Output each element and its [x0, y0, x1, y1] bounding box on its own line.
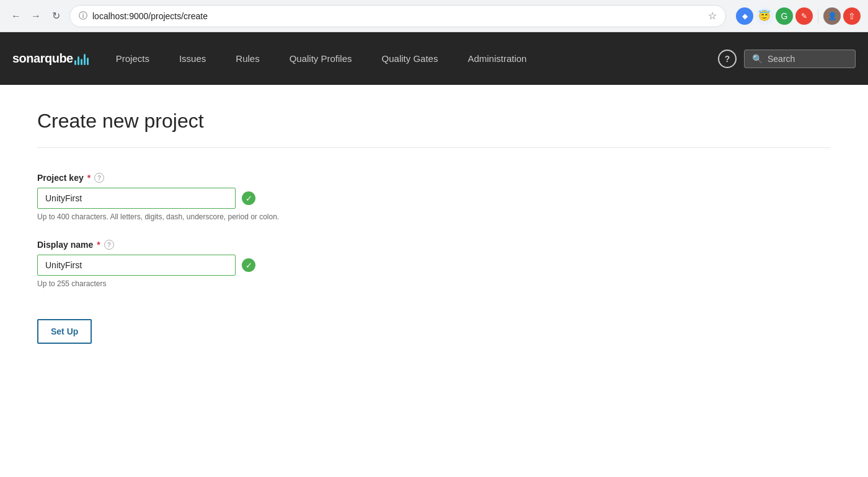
- bookmark-icon: ☆: [708, 10, 717, 22]
- project-key-group: Project key * ? ✓ Up to 400 characters. …: [37, 173, 471, 221]
- refresh-button[interactable]: ↻: [47, 7, 64, 25]
- nav-item-projects[interactable]: Projects: [101, 32, 164, 85]
- nav-items: Projects Issues Rules Quality Profiles Q…: [101, 32, 718, 85]
- project-key-hint: Up to 400 characters. All letters, digit…: [37, 212, 471, 221]
- back-button[interactable]: ←: [7, 7, 25, 25]
- url-text: localhost:9000/projects/create: [92, 11, 703, 21]
- forward-button[interactable]: →: [27, 7, 45, 25]
- address-bar[interactable]: ⓘ localhost:9000/projects/create ☆: [69, 5, 726, 27]
- sonar-logo[interactable]: sonarqube: [12, 51, 89, 66]
- display-name-label-text: Display name: [37, 240, 93, 250]
- section-divider: [37, 147, 831, 148]
- help-icon[interactable]: ?: [718, 50, 737, 68]
- user-avatar[interactable]: 👤: [823, 7, 841, 25]
- extension-divider: [818, 9, 818, 24]
- extension-pencil-icon[interactable]: ✎: [795, 7, 813, 25]
- display-name-hint: Up to 255 characters: [37, 279, 471, 288]
- logo-text: sonarqube: [12, 51, 73, 66]
- display-name-valid-icon: ✓: [242, 258, 255, 272]
- browser-nav-buttons: ← → ↻: [7, 7, 64, 25]
- extension-diamond-icon[interactable]: ◆: [736, 7, 753, 25]
- create-project-form: Project key * ? ✓ Up to 400 characters. …: [37, 173, 471, 344]
- browser-chrome: ← → ↻ ⓘ localhost:9000/projects/create ☆…: [0, 0, 868, 32]
- project-key-help-icon[interactable]: ?: [94, 173, 104, 183]
- nav-item-rules[interactable]: Rules: [221, 32, 274, 85]
- display-name-group: Display name * ? ✓ Up to 255 characters: [37, 240, 471, 288]
- page-title: Create new project: [37, 110, 831, 133]
- nav-item-quality-gates[interactable]: Quality Gates: [367, 32, 453, 85]
- project-key-input[interactable]: [37, 188, 236, 209]
- extension-emoji-icon[interactable]: 😇: [756, 7, 773, 25]
- project-key-label-text: Project key: [37, 173, 84, 183]
- update-icon[interactable]: ⇧: [843, 7, 861, 25]
- display-name-help-icon[interactable]: ?: [104, 240, 114, 250]
- nav-right: ? 🔍 Search: [718, 50, 856, 68]
- info-icon: ⓘ: [79, 11, 87, 22]
- project-key-valid-icon: ✓: [242, 191, 255, 205]
- display-name-input[interactable]: [37, 255, 236, 276]
- search-placeholder: Search: [768, 54, 795, 64]
- sonar-navbar: sonarqube Projects Issues Rules Quality …: [0, 32, 868, 85]
- extension-green-icon[interactable]: G: [776, 7, 793, 25]
- browser-extensions: ◆ 😇 G ✎ 👤 ⇧: [736, 7, 861, 25]
- main-content: Create new project Project key * ? ✓ Up …: [0, 85, 868, 369]
- setup-button[interactable]: Set Up: [37, 319, 92, 344]
- nav-item-quality-profiles[interactable]: Quality Profiles: [275, 32, 367, 85]
- project-key-label: Project key * ?: [37, 173, 471, 183]
- display-name-label: Display name * ?: [37, 240, 471, 250]
- display-name-input-row: ✓: [37, 255, 471, 276]
- project-key-required-star: *: [87, 173, 91, 183]
- search-icon: 🔍: [752, 54, 763, 64]
- nav-item-issues[interactable]: Issues: [164, 32, 221, 85]
- search-box[interactable]: 🔍 Search: [744, 50, 856, 68]
- project-key-input-row: ✓: [37, 188, 471, 209]
- display-name-required-star: *: [97, 240, 100, 250]
- logo-waves: [74, 53, 89, 65]
- nav-item-administration[interactable]: Administration: [453, 32, 541, 85]
